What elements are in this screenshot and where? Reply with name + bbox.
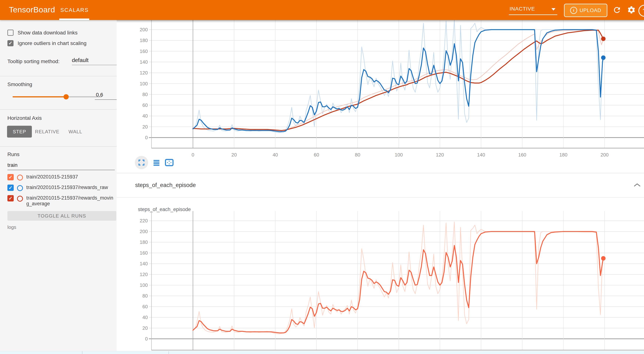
fullscreen-icon[interactable] bbox=[135, 156, 148, 169]
series-end-dot bbox=[601, 37, 606, 41]
divider bbox=[0, 109, 117, 110]
section-header: steps_of_each_episode bbox=[117, 173, 644, 197]
divider bbox=[0, 146, 117, 147]
svg-text:160: 160 bbox=[140, 48, 148, 54]
svg-text:0: 0 bbox=[192, 152, 194, 158]
series-line bbox=[193, 222, 602, 334]
series-line bbox=[193, 30, 603, 130]
ignore-outliers-row: ✓ Ignore outliers in chart scaling bbox=[8, 40, 86, 46]
show-download-links-checkbox[interactable] bbox=[8, 30, 14, 36]
smoothing-value-input[interactable] bbox=[95, 92, 119, 98]
info-icon: i bbox=[570, 7, 577, 14]
run-checkbox[interactable]: ✓ bbox=[8, 174, 14, 180]
svg-text:200: 200 bbox=[600, 152, 608, 158]
divider bbox=[0, 76, 117, 76]
svg-text:140: 140 bbox=[140, 261, 148, 266]
run-checkbox[interactable]: ✓ bbox=[8, 195, 14, 202]
svg-text:160: 160 bbox=[518, 152, 526, 158]
svg-text:40: 40 bbox=[142, 314, 148, 320]
run-color-ring-icon[interactable] bbox=[17, 196, 23, 202]
axis-step-button[interactable]: STEP bbox=[7, 126, 32, 138]
run-color-ring-icon[interactable] bbox=[17, 174, 23, 180]
tensorboard-app: TensorBoard SCALARS INACTIVE i UPLOAD ? … bbox=[0, 0, 644, 354]
upload-button[interactable]: i UPLOAD bbox=[564, 4, 607, 17]
svg-text:120: 120 bbox=[436, 152, 444, 158]
series-line bbox=[193, 30, 603, 130]
bottom-strip bbox=[0, 351, 644, 354]
svg-text:180: 180 bbox=[560, 152, 567, 158]
svg-text:60: 60 bbox=[314, 152, 319, 158]
svg-text:60: 60 bbox=[142, 102, 148, 108]
svg-text:20: 20 bbox=[142, 124, 148, 130]
svg-text:0: 0 bbox=[145, 135, 148, 140]
tab-scalars[interactable]: SCALARS bbox=[60, 7, 89, 13]
run-checkbox[interactable]: ✓ bbox=[8, 184, 14, 191]
refresh-icon[interactable] bbox=[612, 6, 622, 14]
svg-text:100: 100 bbox=[140, 81, 148, 86]
svg-text:100: 100 bbox=[140, 282, 148, 288]
run-row: ✓train/20201015-215937/rewards_raw bbox=[8, 184, 116, 191]
divider bbox=[82, 351, 82, 354]
svg-text:20: 20 bbox=[142, 325, 148, 331]
axis-wall-button[interactable]: WALL bbox=[65, 126, 86, 138]
tab-active-underline bbox=[59, 18, 89, 20]
show-download-links-row: Show data download links bbox=[8, 30, 78, 36]
runs-filter-field bbox=[8, 162, 115, 170]
smoothing-value-field bbox=[95, 92, 118, 100]
tooltip-sorting-row: Tooltip sorting method: default bbox=[8, 58, 111, 64]
run-label: train/20201015-215937/rewards_raw bbox=[26, 184, 114, 190]
svg-text:80: 80 bbox=[142, 293, 148, 299]
series-end-dot bbox=[601, 56, 606, 60]
svg-text:160: 160 bbox=[140, 250, 148, 256]
status-dropdown-value: INACTIVE bbox=[510, 6, 535, 12]
status-dropdown[interactable]: INACTIVE bbox=[509, 4, 557, 15]
gear-icon[interactable] bbox=[627, 6, 636, 14]
run-label: train/20201015-215937/rewards_moving_ave… bbox=[26, 195, 114, 206]
svg-text:40: 40 bbox=[272, 152, 278, 158]
help-icon[interactable]: ? bbox=[638, 5, 644, 17]
ignore-outliers-label: Ignore outliers in chart scaling bbox=[18, 40, 86, 46]
svg-text:80: 80 bbox=[355, 152, 360, 158]
svg-text:180: 180 bbox=[140, 38, 148, 43]
svg-text:100: 100 bbox=[395, 152, 403, 158]
smoothing-slider[interactable] bbox=[12, 96, 102, 98]
svg-text:120: 120 bbox=[140, 272, 148, 277]
svg-text:200: 200 bbox=[140, 27, 148, 32]
horizontal-axis-label: Horizontal Axis bbox=[8, 115, 42, 121]
upload-button-label: UPLOAD bbox=[580, 8, 601, 13]
svg-text:140: 140 bbox=[140, 59, 148, 65]
svg-text:200: 200 bbox=[140, 229, 148, 234]
collapse-chevron-icon[interactable] bbox=[634, 183, 641, 187]
data-table-icon[interactable] bbox=[152, 159, 160, 166]
section-title: steps_of_each_episode bbox=[135, 182, 196, 188]
scroll-shadow bbox=[117, 20, 644, 23]
settings-sidebar: Show data download links ✓ Ignore outlie… bbox=[0, 20, 117, 351]
app-header: TensorBoard SCALARS INACTIVE i UPLOAD ? bbox=[0, 0, 644, 20]
axis-relative-button[interactable]: RELATIVE bbox=[35, 126, 60, 138]
runs-filter-input[interactable] bbox=[8, 162, 115, 168]
toggle-all-runs-button[interactable]: TOGGLE ALL RUNS bbox=[8, 211, 116, 221]
series-end-dot bbox=[601, 256, 606, 260]
smoothing-slider-thumb[interactable] bbox=[64, 94, 69, 100]
ignore-outliers-checkbox[interactable]: ✓ bbox=[8, 40, 14, 46]
rewards-chart[interactable]: 0204060801001201401601802000204060801001… bbox=[117, 20, 644, 172]
svg-text:120: 120 bbox=[140, 70, 148, 76]
pan-fit-icon[interactable] bbox=[165, 159, 174, 166]
rewards-chart-svg: 0204060801001201401601802000204060801001… bbox=[117, 20, 644, 172]
svg-text:20: 20 bbox=[232, 152, 237, 158]
svg-text:0: 0 bbox=[145, 336, 148, 342]
smoothing-label: Smoothing bbox=[8, 82, 32, 88]
run-row: ✓train/20201015-215937 bbox=[8, 174, 116, 180]
svg-text:80: 80 bbox=[142, 92, 148, 97]
runs-group-label: logs bbox=[8, 224, 16, 230]
run-label: train/20201015-215937 bbox=[26, 174, 114, 180]
steps-chart[interactable]: 020406080100120140160180200220 bbox=[117, 197, 644, 352]
run-color-ring-icon[interactable] bbox=[17, 185, 23, 191]
series-line bbox=[193, 30, 603, 132]
svg-text:220: 220 bbox=[140, 218, 148, 224]
tooltip-sorting-value: default bbox=[72, 57, 88, 63]
app-title: TensorBoard bbox=[9, 5, 55, 14]
svg-text:40: 40 bbox=[142, 113, 148, 119]
steps-chart-svg: 020406080100120140160180200220 bbox=[117, 197, 644, 352]
divider bbox=[168, 351, 169, 354]
